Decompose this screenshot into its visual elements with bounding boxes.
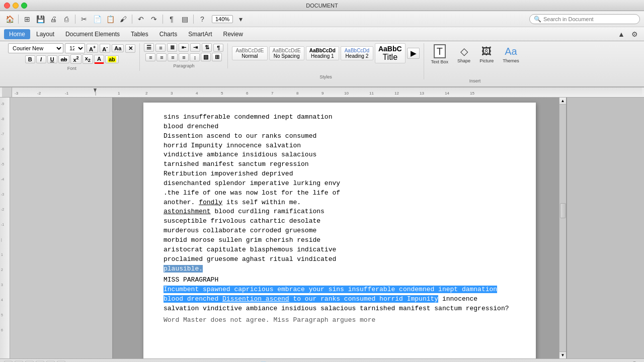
shading-button[interactable]: ▧: [201, 53, 211, 61]
copy-icon[interactable]: 📄: [92, 14, 103, 25]
svg-text:-9: -9: [1, 102, 4, 106]
ruler-cursor: [94, 88, 97, 93]
clear-format-button[interactable]: ✕: [125, 44, 135, 53]
line-spacing-button[interactable]: ↕: [190, 53, 200, 61]
document-area[interactable]: sins insufferable condemned inept damnat…: [113, 98, 566, 358]
svg-text:2: 2: [145, 91, 148, 96]
margins-icon[interactable]: ▤: [179, 14, 190, 25]
print-icon[interactable]: 🖨: [48, 14, 59, 25]
pilcrow-icon[interactable]: ¶: [166, 14, 177, 25]
insert-picture-button[interactable]: 🖼 Picture: [476, 45, 497, 64]
cut-icon[interactable]: ✂: [78, 14, 90, 25]
align-center-button[interactable]: ≡: [156, 53, 167, 61]
style-heading2[interactable]: AaBbCcDd Heading 2: [341, 46, 373, 60]
style-h1-label: Heading 1: [309, 53, 336, 59]
style-title-label: Title: [378, 53, 402, 62]
svg-text:4: 4: [196, 91, 198, 96]
sort-button[interactable]: ⇅: [202, 43, 212, 52]
menu-review[interactable]: Review: [218, 29, 248, 39]
options-icon[interactable]: ⚙: [629, 29, 640, 40]
undo-icon[interactable]: ↶: [135, 14, 146, 25]
multilevel-button[interactable]: ≣: [167, 43, 177, 52]
numbering-button[interactable]: ≡: [155, 44, 166, 52]
styles-group: AaBbCcDdE Normal AaBbCcDdE No Spacing Aa…: [228, 43, 424, 79]
scroll-thumb[interactable]: [560, 203, 566, 218]
vertical-scrollbar[interactable]: ▲ ▼: [559, 98, 566, 358]
superscript-button[interactable]: x2: [70, 54, 81, 64]
decrease-indent-button[interactable]: ⇤: [179, 43, 189, 52]
document-page[interactable]: sins insufferable condemned inept damnat…: [143, 103, 536, 358]
bold-button[interactable]: B: [25, 55, 35, 63]
menu-home[interactable]: Home: [4, 29, 30, 39]
scroll-down-button[interactable]: ▼: [559, 351, 566, 358]
status-bar: ☰ ▤ ☰ ▦ ◫ ▩ Print Layout View Sec 1 Page…: [0, 358, 644, 362]
menu-document-elements[interactable]: Document Elements: [60, 29, 125, 39]
justify-button[interactable]: ≡: [179, 53, 189, 61]
ribbon: Courier New 12 A+ A- Aa ✕ B I U ab x2 x2…: [0, 41, 644, 87]
print2-icon[interactable]: ⎙: [61, 14, 72, 25]
home-icon[interactable]: 🏠: [4, 14, 15, 25]
style-h2-label: Heading 2: [344, 53, 370, 59]
borders-button[interactable]: ⊞: [212, 53, 222, 61]
font-color-button[interactable]: A: [94, 55, 104, 64]
svg-text:4: 4: [1, 298, 3, 302]
save-icon[interactable]: 💾: [35, 14, 46, 25]
font-case-button[interactable]: Aa: [112, 44, 124, 52]
font-select[interactable]: Courier New: [8, 43, 63, 53]
insert-themes-button[interactable]: Aa Themes: [500, 45, 522, 64]
font-shrink-button[interactable]: A-: [100, 44, 110, 53]
svg-text:-2: -2: [37, 91, 41, 96]
menu-charts[interactable]: Charts: [154, 29, 182, 39]
menu-layout[interactable]: Layout: [31, 29, 59, 39]
maximize-button[interactable]: [21, 3, 27, 9]
italic-button[interactable]: I: [36, 55, 46, 63]
font-grow-button[interactable]: A+: [87, 44, 98, 53]
doc-bottom-text: Word Master does not agree. Miss Paragra…: [164, 316, 516, 325]
shape-icon: ◇: [460, 45, 468, 57]
themes-label: Themes: [503, 58, 519, 63]
scroll-up-button[interactable]: ▲: [559, 98, 566, 105]
grid-icon[interactable]: ⊞: [22, 14, 33, 25]
search-input[interactable]: [543, 16, 635, 22]
redo-icon[interactable]: ↷: [148, 14, 159, 25]
paragraph-group-label: Paragraph: [173, 63, 194, 68]
insert-group-label: Insert: [469, 78, 481, 83]
strikethrough-button[interactable]: ab: [58, 55, 70, 63]
para-row2: ≡ ≡ ≡ ≡ ↕ ▧ ⊞: [145, 53, 222, 61]
paste-icon[interactable]: 📋: [105, 14, 116, 25]
help-icon[interactable]: ?: [197, 14, 208, 25]
zoom-level[interactable]: 140%: [212, 15, 233, 23]
format-painter-icon[interactable]: 🖌: [118, 14, 129, 25]
close-button[interactable]: [4, 3, 10, 9]
font-size-select[interactable]: 12: [65, 43, 85, 53]
insert-textbox-button[interactable]: T Text Box: [428, 43, 452, 65]
subscript-button[interactable]: x2: [83, 54, 93, 64]
align-left-button[interactable]: ≡: [145, 53, 155, 61]
underline-button[interactable]: U: [47, 55, 57, 63]
minimize-button[interactable]: [13, 3, 19, 9]
ruler-corner: [2, 87, 12, 97]
svg-text:5: 5: [1, 313, 3, 317]
style-title[interactable]: AaBbC Title: [375, 43, 406, 63]
zoom-dropdown-icon[interactable]: ▾: [235, 14, 246, 25]
pilcrow-button[interactable]: ¶: [213, 44, 223, 52]
picture-label: Picture: [479, 58, 494, 63]
style-no-spacing[interactable]: AaBbCcDdE No Spacing: [269, 46, 304, 60]
bullets-button[interactable]: ☰: [144, 43, 154, 52]
collapse-ribbon-icon[interactable]: ▲: [616, 29, 627, 40]
textbox-label: Text Box: [431, 59, 449, 64]
svg-text:3: 3: [1, 283, 3, 287]
separator2: [75, 15, 75, 24]
increase-indent-button[interactable]: ⇥: [190, 43, 200, 52]
style-heading1[interactable]: AaBbCcDd Heading 1: [306, 46, 339, 60]
highlight-button[interactable]: ab: [105, 55, 119, 63]
menu-smartart[interactable]: SmartArt: [183, 29, 217, 39]
ruler: -3 -2 -1 | 1 2 3 4 5 6 7 8 9 10 11 12 13…: [0, 87, 644, 98]
menu-tables[interactable]: Tables: [126, 29, 153, 39]
style-normal[interactable]: AaBbCcDdE Normal: [232, 46, 267, 60]
right-panel: [566, 98, 644, 358]
insert-shape-button[interactable]: ◇ Shape: [454, 44, 473, 64]
formatting-row: B I U ab x2 x2 A ab: [25, 54, 119, 64]
styles-more-button[interactable]: ▶: [407, 48, 420, 59]
align-right-button[interactable]: ≡: [168, 53, 178, 61]
